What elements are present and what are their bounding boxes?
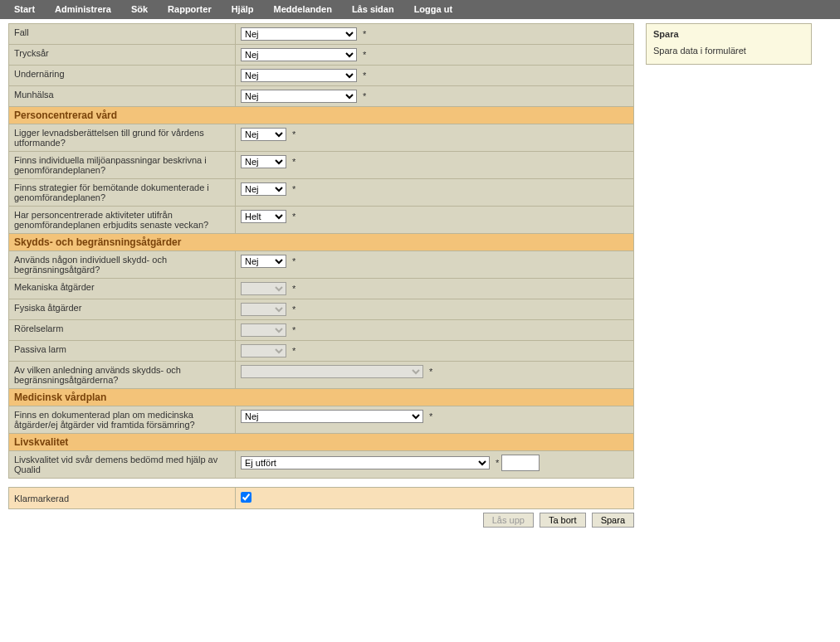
label-aktiviteter: Har personcentrerade aktiviteter utifrån…	[9, 207, 236, 234]
label-qualid: Livskvalitet vid svår demens bedömd med …	[9, 451, 236, 479]
required-asterisk: *	[496, 458, 499, 468]
required-asterisk: *	[292, 157, 295, 167]
required-asterisk: *	[292, 212, 295, 221]
required-asterisk: *	[429, 367, 432, 377]
label-strategier: Finns strategier för bemötande dokumente…	[9, 179, 236, 207]
select-passiva-larm	[241, 344, 286, 357]
spara-button[interactable]: Spara	[592, 513, 634, 528]
form-table: Fall Nej * Trycksår Nej * Undernäring Ne…	[8, 23, 634, 479]
menu-meddelanden[interactable]: Meddelanden	[264, 2, 342, 16]
input-qualid-value[interactable]	[501, 455, 540, 471]
label-levnadsberattelse: Ligger levnadsberättelsen till grund för…	[9, 124, 236, 152]
select-fall[interactable]: Nej	[241, 27, 357, 41]
select-rorelselarm	[241, 323, 286, 337]
menu-sok[interactable]: Sök	[121, 2, 158, 16]
label-mekaniska: Mekaniska åtgärder	[9, 279, 236, 299]
label-skydd-anvands: Används någon individuell skydd- och beg…	[9, 251, 236, 279]
help-title: Spara	[653, 29, 804, 39]
required-asterisk: *	[363, 29, 366, 39]
required-asterisk: *	[292, 284, 295, 294]
required-asterisk: *	[292, 129, 295, 139]
menu-administrera[interactable]: Administrera	[45, 2, 121, 16]
menu-rapporter[interactable]: Rapporter	[158, 2, 222, 16]
required-asterisk: *	[292, 346, 295, 356]
select-medplan[interactable]: Nej	[241, 410, 423, 423]
label-fysiska: Fysiska åtgärder	[9, 299, 236, 320]
section-skydd: Skydds- och begränsningsåtgärder	[9, 234, 634, 251]
label-miljoanpassningar: Finns individuella miljöanpassningar bes…	[9, 152, 236, 179]
menu-las-sidan[interactable]: Lås sidan	[342, 2, 404, 16]
klar-table: Klarmarkerad	[8, 487, 634, 509]
select-strategier[interactable]: Nej	[241, 182, 286, 196]
select-trycksar[interactable]: Nej	[241, 48, 357, 61]
label-klarmarkerad: Klarmarkerad	[9, 488, 236, 509]
label-rorelselarm: Rörelselarm	[9, 320, 236, 341]
label-anledning: Av vilken anledning används skydds- och …	[9, 362, 236, 389]
required-asterisk: *	[429, 411, 432, 421]
menu-logga-ut[interactable]: Logga ut	[404, 2, 462, 16]
lasupp-button: Lås upp	[483, 513, 534, 528]
required-asterisk: *	[363, 50, 366, 60]
label-munhalsa: Munhälsa	[9, 86, 236, 107]
help-box: Spara Spara data i formuläret	[646, 23, 812, 65]
label-trycksar: Trycksår	[9, 45, 236, 66]
required-asterisk: *	[292, 304, 295, 314]
required-asterisk: *	[363, 71, 366, 80]
select-fysiska	[241, 303, 286, 316]
menu-hjalp[interactable]: Hjälp	[222, 2, 264, 16]
menu-start[interactable]: Start	[4, 2, 45, 16]
select-munhalsa[interactable]: Nej	[241, 90, 357, 103]
select-miljoanpassningar[interactable]: Nej	[241, 155, 286, 168]
select-undernaring[interactable]: Nej	[241, 69, 357, 82]
select-skydd-anvands[interactable]: Nej	[241, 255, 286, 268]
section-livskvalitet: Livskvalitet	[9, 434, 634, 451]
button-row: Lås upp Ta bort Spara	[8, 513, 634, 528]
label-medplan: Finns en dokumenterad plan om medicinska…	[9, 406, 236, 434]
required-asterisk: *	[292, 184, 295, 194]
select-qualid[interactable]: Ej utfört	[241, 456, 490, 469]
label-passiva-larm: Passiva larm	[9, 341, 236, 362]
top-menubar: Start Administrera Sök Rapporter Hjälp M…	[0, 0, 840, 19]
checkbox-klarmarkerad[interactable]	[241, 492, 252, 503]
label-undernaring: Undernäring	[9, 66, 236, 86]
select-levnadsberattelse[interactable]: Nej	[241, 128, 286, 141]
select-aktiviteter[interactable]: Helt	[241, 210, 286, 223]
label-fall: Fall	[9, 24, 236, 45]
select-anledning	[241, 365, 423, 378]
section-medicinsk: Medicinsk vårdplan	[9, 389, 634, 406]
required-asterisk: *	[363, 91, 366, 101]
select-mekaniska	[241, 282, 286, 295]
required-asterisk: *	[292, 256, 295, 266]
tabort-button[interactable]: Ta bort	[540, 513, 586, 528]
help-text: Spara data i formuläret	[653, 46, 804, 56]
section-personcentrerad: Personcentrerad vård	[9, 107, 634, 124]
required-asterisk: *	[292, 325, 295, 335]
